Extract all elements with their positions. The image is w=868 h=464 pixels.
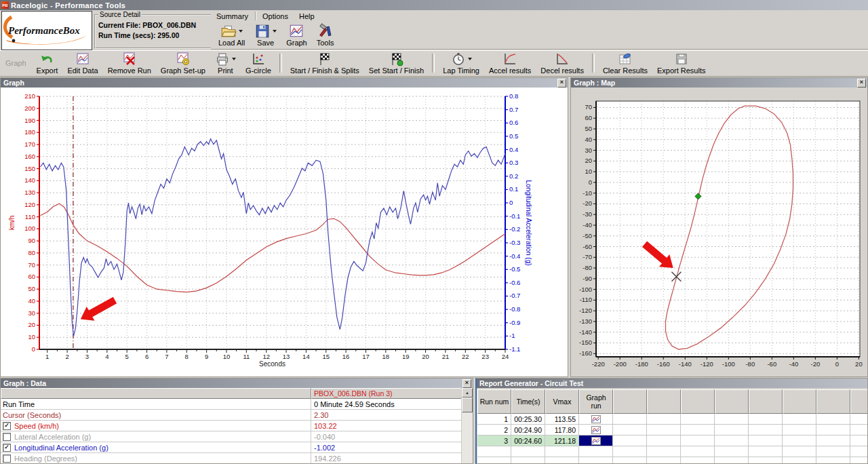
svg-text:8: 8 [185,353,189,360]
report-cell: 113.55 [545,414,579,425]
svg-text:-20: -20 [583,199,592,207]
edit-chart-icon [75,52,90,66]
report-empty-cell [783,414,816,425]
report-row[interactable]: 300:24.60121.18 [477,436,867,446]
svg-text:180: 180 [24,128,35,136]
dropdown-arrow-icon[interactable] [239,30,243,35]
svg-text:-60: -60 [583,243,592,250]
svg-text:18: 18 [382,353,390,360]
menu-summary[interactable]: Summary [211,12,254,21]
channel-checkbox[interactable] [3,455,11,463]
data-panel-header: Graph : Data × [1,379,473,388]
menu-help[interactable]: Help [294,12,320,21]
dropdown-arrow-icon[interactable] [232,58,236,62]
graph-panel-close-icon[interactable]: × [557,79,566,88]
menu-options[interactable]: Options [257,12,294,21]
edit-data-button[interactable]: Edit Data [63,50,102,76]
source-detail-legend: Source Detail [98,11,142,18]
svg-text:22: 22 [462,353,469,360]
load-all-button[interactable]: Load All [214,22,249,48]
svg-text:60: 60 [28,273,35,280]
svg-text:30: 30 [28,309,35,317]
svg-text:0.3: 0.3 [509,159,518,166]
data-scrollbar[interactable]: ▲ [461,388,473,463]
report-empty-cell [816,436,850,446]
report-column-header: Vmax [545,389,579,414]
print-button[interactable]: Print [211,50,240,76]
channel-checkbox[interactable]: ✓ [3,444,11,452]
report-empty-cell [613,414,647,425]
data-panel-close-icon[interactable]: × [462,379,471,388]
report-column-header: Run num [477,389,511,414]
graph-run-icon[interactable] [591,426,601,434]
graph-group-label: Graph [5,59,26,67]
tools-button[interactable]: Tools [313,22,338,48]
start-finish-splits-button[interactable]: Start / Finish & Splits [286,50,363,76]
report-empty-cell [647,425,681,436]
track-map-chart[interactable]: -220-200-180-160-140-120-100-80-60-40-20… [571,88,867,376]
export-button[interactable]: Export [33,50,62,76]
svg-text:-220: -220 [592,360,605,368]
save-button[interactable]: Save [250,22,281,48]
graph-button[interactable]: Graph [282,22,311,48]
report-empty-cell [681,414,715,425]
svg-text:Seconds: Seconds [259,360,285,368]
svg-text:5: 5 [125,353,129,360]
toolbar-button-label: Set Start / Finish [369,66,424,75]
graph-run-cell[interactable] [579,425,613,436]
channel-value: -0.040 [311,431,463,442]
toolbar-button-label: Graph Set-up [161,66,205,75]
svg-text:17: 17 [362,353,370,360]
checkered-flag-plus-icon [389,52,404,66]
graph-run-cell[interactable] [579,436,613,446]
graph-set-up-button[interactable]: Graph Set-up [157,50,210,76]
report-empty-column-header [850,389,867,414]
svg-text:2: 2 [65,353,68,360]
report-empty-cell [816,414,850,425]
svg-text:-0.9: -0.9 [509,319,520,326]
dropdown-arrow-icon[interactable] [468,58,472,62]
report-empty-column-header [715,389,749,414]
svg-text:1: 1 [45,353,49,360]
data-table-row: Cursor (Seconds)2.30 [1,410,473,421]
svg-text:0: 0 [835,360,839,368]
svg-text:120: 120 [24,201,35,208]
svg-text:110: 110 [25,213,35,220]
map-panel-close-icon[interactable]: × [857,79,866,88]
g-circle-button[interactable]: G-circle [241,50,275,76]
graph-run-icon[interactable] [591,437,601,445]
channel-checkbox[interactable]: ✓ [3,422,11,430]
decel-results-button[interactable]: Decel results [536,50,588,76]
report-cell: 117.80 [545,425,579,436]
report-row[interactable]: 100:25.30113.55 [477,414,867,425]
channel-label-cell: Lateral Acceleration (g) [1,431,311,442]
toolbar-separator [279,54,282,73]
set-start-finish-button[interactable]: Set Start / Finish [365,50,428,76]
svg-text:-0.3: -0.3 [509,239,520,246]
graph-run-cell[interactable] [579,414,613,425]
accel-results-button[interactable]: Accel results [485,50,535,76]
report-empty-row [477,457,867,463]
channel-checkbox[interactable] [3,433,11,441]
lap-timing-button[interactable]: Lap Timing [439,50,484,76]
export-results-button[interactable]: Export Results [653,50,710,76]
data-header-file: PBOX_006.DBN (Run 3) [311,388,463,399]
toolbar-button-label: Print [218,66,233,75]
checkered-flag-icon [317,52,332,66]
speed-accel-chart[interactable]: 0102030405060708090100110120130140150160… [1,88,568,376]
graph-panel: Graph × 01020304050607080901001101201301… [0,77,568,377]
data-panel: Graph : Data × PBOX_006.DBN (Run 3) Run … [0,378,473,464]
tools-icon [317,23,334,39]
svg-text:60: 60 [585,114,592,121]
toolbar-button-label: Tools [317,39,334,47]
graph-run-icon[interactable] [591,415,601,423]
dropdown-arrow-icon[interactable] [273,30,277,35]
remove-run-button[interactable]: Remove Run [104,50,155,76]
report-row[interactable]: 200:24.90117.80 [477,425,867,436]
svg-text:20: 20 [28,321,35,328]
clear-results-button[interactable]: Clear Results [599,50,652,76]
svg-text:190: 190 [24,117,35,124]
scroll-thumb[interactable] [462,398,473,412]
svg-text:-40: -40 [789,360,798,368]
scroll-up-icon[interactable]: ▲ [462,388,473,398]
